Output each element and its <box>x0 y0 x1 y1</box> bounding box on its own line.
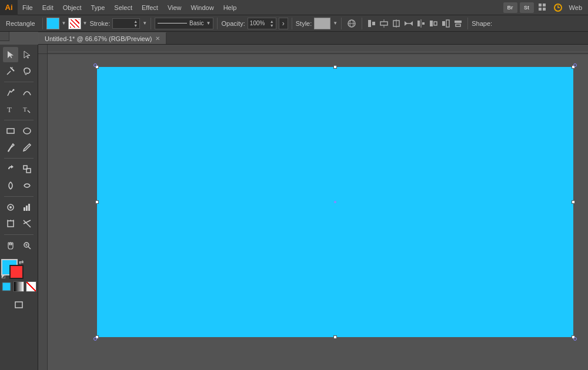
menu-help[interactable]: Help <box>219 0 242 15</box>
change-screen-mode[interactable] <box>11 298 26 313</box>
rotate-handle-tl[interactable] <box>93 63 97 67</box>
transform-btn3[interactable] <box>390 18 402 29</box>
shape-right-label: Shape: <box>472 20 492 27</box>
scale-tool[interactable] <box>19 162 35 177</box>
menu-edit[interactable]: Edit <box>38 0 58 15</box>
divider5 <box>341 18 342 29</box>
style-chevron[interactable]: ▼ <box>333 21 338 26</box>
stroke-arrows[interactable]: ▲ ▼ <box>133 19 138 28</box>
pen-tool[interactable] <box>3 85 18 100</box>
rotate-handle-br[interactable] <box>573 337 577 341</box>
divider2 <box>151 18 151 29</box>
solid-color-btn[interactable] <box>1 281 12 292</box>
stroke-up-arrow[interactable]: ▲ <box>133 19 138 23</box>
transform-btn6[interactable] <box>427 18 439 29</box>
selection-tool[interactable] <box>3 47 18 62</box>
style-swatch[interactable] <box>314 18 330 29</box>
opacity-input[interactable]: 100% ▲ ▼ <box>248 18 276 29</box>
selected-rectangle[interactable] <box>97 67 573 337</box>
svg-line-48 <box>28 247 31 249</box>
menu-type[interactable]: Type <box>86 0 110 15</box>
warp-tool[interactable] <box>19 178 35 193</box>
opacity-up[interactable]: ▲ <box>270 19 274 23</box>
transform-btn2[interactable] <box>378 18 390 29</box>
shape-type-label: Rectangle <box>2 20 39 27</box>
menu-window[interactable]: Window <box>186 0 219 15</box>
zoom-tool[interactable] <box>19 238 35 253</box>
transform-btn4[interactable] <box>403 18 415 29</box>
rotate-tool[interactable] <box>3 162 18 177</box>
opacity-down[interactable]: ▼ <box>270 23 274 28</box>
rotate-handle-bl[interactable] <box>93 337 97 341</box>
stock-icon[interactable]: St <box>520 2 534 13</box>
stroke-style-selector[interactable]: Basic ▼ <box>155 18 213 29</box>
opacity-arrows[interactable]: ▲ ▼ <box>270 19 274 28</box>
lasso-tool[interactable] <box>19 63 35 79</box>
stroke-color-swatch[interactable] <box>68 18 81 29</box>
width-tool[interactable] <box>3 178 18 193</box>
rotate-tools-row <box>3 162 35 177</box>
transform-btn8[interactable] <box>452 18 464 29</box>
handle-middle-left[interactable] <box>95 200 99 204</box>
stroke-down-arrow[interactable]: ▼ <box>133 23 138 28</box>
curvature-tool[interactable] <box>19 85 35 100</box>
magic-wand-tool[interactable] <box>3 63 18 79</box>
transform-btn7[interactable] <box>440 18 452 29</box>
fill-color-chevron[interactable]: ▼ <box>62 21 66 26</box>
divider4 <box>292 18 292 29</box>
coordinate-icon[interactable] <box>345 18 358 29</box>
fill-color-swatch[interactable] <box>46 18 59 29</box>
graph-tool[interactable] <box>19 200 35 215</box>
warp-tools-row <box>3 178 35 193</box>
document-canvas <box>97 56 579 332</box>
symbol-tools[interactable] <box>3 200 18 215</box>
stroke-width-chevron[interactable]: ▼ <box>142 21 147 26</box>
artboard-tool[interactable] <box>3 216 18 231</box>
menu-effect[interactable]: Effect <box>137 0 163 15</box>
center-point <box>334 201 336 203</box>
gradient-btn[interactable] <box>14 281 24 292</box>
svg-rect-3 <box>543 8 546 11</box>
bridge-icon[interactable]: Br <box>503 2 517 13</box>
menu-right: Br St Web <box>503 2 588 13</box>
pencil-tool[interactable] <box>19 140 35 155</box>
apps-grid-icon[interactable] <box>536 2 549 13</box>
hand-tool[interactable] <box>3 238 18 253</box>
opacity-label: Opacity: <box>221 20 245 27</box>
stroke-width-input[interactable]: ▲ ▼ <box>112 18 140 29</box>
stroke-style-chevron[interactable]: ▼ <box>206 21 211 26</box>
style-label: Style: <box>296 20 312 27</box>
handle-top-center[interactable] <box>333 65 337 69</box>
rotate-handle-tr[interactable] <box>573 63 577 67</box>
pen-tools-row <box>3 85 35 100</box>
none-color-btn[interactable] <box>26 281 36 292</box>
type-tool[interactable]: T <box>3 102 18 117</box>
handle-bottom-center[interactable] <box>333 335 337 339</box>
handle-middle-right[interactable] <box>572 200 575 204</box>
bottom-icons-row <box>11 298 26 313</box>
tab-close-btn[interactable]: ✕ <box>155 35 160 42</box>
slice-tool[interactable] <box>19 216 35 231</box>
paintbrush-tool[interactable] <box>3 140 18 155</box>
menu-file[interactable]: File <box>18 0 38 15</box>
tool-sep-5 <box>4 234 34 235</box>
sync-icon[interactable] <box>552 2 564 13</box>
menu-object[interactable]: Object <box>58 0 86 15</box>
menu-select[interactable]: Select <box>109 0 137 15</box>
color-section: ⇄ ◩ <box>0 257 40 294</box>
ellipse-tool[interactable] <box>19 123 35 139</box>
default-colors-icon[interactable]: ◩ <box>1 274 6 279</box>
direct-selection-tool[interactable] <box>19 47 35 62</box>
document-tab[interactable]: Untitled-1* @ 66.67% (RGB/Preview) ✕ <box>38 32 166 44</box>
transform-btn5[interactable] <box>415 18 427 29</box>
divider <box>42 18 43 29</box>
transform-btn1[interactable] <box>366 18 377 29</box>
menu-view[interactable]: View <box>163 0 186 15</box>
touch-type-tool[interactable]: T <box>19 102 35 117</box>
svg-rect-41 <box>26 206 28 211</box>
rectangle-tool[interactable] <box>3 123 18 139</box>
stroke-color-box[interactable] <box>9 265 24 279</box>
ruler-corner-canvas <box>38 45 48 54</box>
stroke-chevron[interactable]: ▼ <box>82 21 87 26</box>
opacity-expand-btn[interactable]: › <box>279 18 288 29</box>
